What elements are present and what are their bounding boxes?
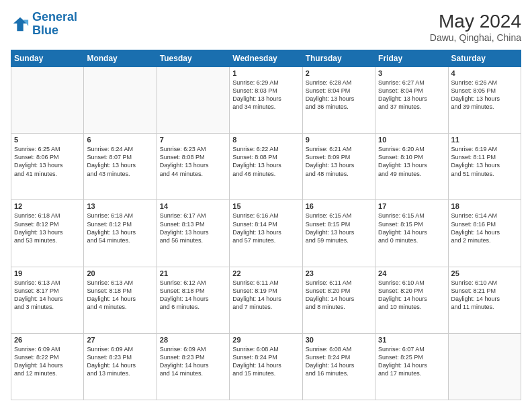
day-number: 24 [378,269,445,277]
page: General Blue May 2024 Dawu, Qinghai, Chi… [0,0,532,411]
day-number: 23 [306,269,372,277]
day-number: 3 [378,69,445,77]
day-info: Sunrise: 6:23 AM Sunset: 8:08 PM Dayligh… [160,145,226,178]
week-row-2: 12Sunrise: 6:18 AM Sunset: 8:12 PM Dayli… [11,200,521,267]
day-info: Sunrise: 6:22 AM Sunset: 8:08 PM Dayligh… [232,145,299,178]
cell-week1-day5: 10Sunrise: 6:20 AM Sunset: 8:10 PM Dayli… [375,134,448,200]
day-number: 12 [14,202,81,210]
day-number: 30 [306,336,372,344]
header-tuesday: Tuesday [157,50,229,67]
cell-week1-day2: 7Sunrise: 6:23 AM Sunset: 8:08 PM Daylig… [157,134,229,200]
cell-week2-day1: 13Sunrise: 6:18 AM Sunset: 8:12 PM Dayli… [84,200,157,267]
cell-week2-day5: 17Sunrise: 6:15 AM Sunset: 8:15 PM Dayli… [375,200,448,267]
day-info: Sunrise: 6:17 AM Sunset: 8:13 PM Dayligh… [160,212,226,244]
day-info: Sunrise: 6:13 AM Sunset: 8:18 PM Dayligh… [87,279,153,312]
cell-week0-day6: 4Sunrise: 6:26 AM Sunset: 8:05 PM Daylig… [448,67,521,134]
cell-week0-day4: 2Sunrise: 6:28 AM Sunset: 8:04 PM Daylig… [302,67,375,134]
cell-week2-day6: 18Sunrise: 6:14 AM Sunset: 8:16 PM Dayli… [448,200,521,267]
day-number: 14 [160,202,226,210]
day-info: Sunrise: 6:09 AM Sunset: 8:23 PM Dayligh… [160,345,226,378]
day-info: Sunrise: 6:12 AM Sunset: 8:18 PM Dayligh… [160,279,226,312]
day-number: 10 [378,136,445,144]
week-row-3: 19Sunrise: 6:13 AM Sunset: 8:17 PM Dayli… [11,267,521,333]
cell-week1-day4: 9Sunrise: 6:21 AM Sunset: 8:09 PM Daylig… [302,134,375,200]
logo-line1: General [32,10,77,24]
cell-week4-day3: 29Sunrise: 6:08 AM Sunset: 8:24 PM Dayli… [230,333,302,400]
day-number: 16 [306,202,372,210]
day-info: Sunrise: 6:29 AM Sunset: 8:03 PM Dayligh… [232,79,299,111]
header-sunday: Sunday [11,50,84,67]
cell-week4-day0: 26Sunrise: 6:09 AM Sunset: 8:22 PM Dayli… [11,333,84,400]
day-number: 28 [160,336,226,344]
cell-week3-day3: 22Sunrise: 6:11 AM Sunset: 8:19 PM Dayli… [230,267,302,333]
day-info: Sunrise: 6:24 AM Sunset: 8:07 PM Dayligh… [87,145,153,178]
cell-week2-day3: 15Sunrise: 6:16 AM Sunset: 8:14 PM Dayli… [230,200,302,267]
calendar-body: 1Sunrise: 6:29 AM Sunset: 8:03 PM Daylig… [11,67,521,400]
day-number: 2 [306,69,372,77]
cell-week2-day2: 14Sunrise: 6:17 AM Sunset: 8:13 PM Dayli… [157,200,229,267]
cell-week4-day5: 31Sunrise: 6:07 AM Sunset: 8:25 PM Dayli… [375,333,448,400]
day-number: 15 [232,202,299,210]
day-number: 17 [378,202,445,210]
header-monday: Monday [84,50,157,67]
day-info: Sunrise: 6:13 AM Sunset: 8:17 PM Dayligh… [14,279,81,312]
svg-marker-0 [13,17,28,32]
logo-icon [11,15,30,34]
cell-week1-day3: 8Sunrise: 6:22 AM Sunset: 8:08 PM Daylig… [230,134,302,200]
day-number: 5 [14,136,81,144]
cell-week0-day2 [157,67,229,134]
day-number: 21 [160,269,226,277]
month-title: May 2024 [430,11,521,32]
day-number: 4 [451,69,518,77]
header-wednesday: Wednesday [230,50,302,67]
day-info: Sunrise: 6:16 AM Sunset: 8:14 PM Dayligh… [232,212,299,244]
cell-week3-day0: 19Sunrise: 6:13 AM Sunset: 8:17 PM Dayli… [11,267,84,333]
day-info: Sunrise: 6:19 AM Sunset: 8:11 PM Dayligh… [451,145,518,178]
cell-week0-day3: 1Sunrise: 6:29 AM Sunset: 8:03 PM Daylig… [230,67,302,134]
day-number: 19 [14,269,81,277]
week-row-1: 5Sunrise: 6:25 AM Sunset: 8:06 PM Daylig… [11,134,521,200]
day-info: Sunrise: 6:09 AM Sunset: 8:23 PM Dayligh… [87,345,153,378]
day-info: Sunrise: 6:27 AM Sunset: 8:04 PM Dayligh… [378,79,445,111]
cell-week4-day1: 27Sunrise: 6:09 AM Sunset: 8:23 PM Dayli… [84,333,157,400]
day-info: Sunrise: 6:18 AM Sunset: 8:12 PM Dayligh… [87,212,153,244]
cell-week2-day4: 16Sunrise: 6:15 AM Sunset: 8:15 PM Dayli… [302,200,375,267]
day-number: 31 [378,336,445,344]
calendar-table: Sunday Monday Tuesday Wednesday Thursday… [11,50,521,400]
day-info: Sunrise: 6:08 AM Sunset: 8:24 PM Dayligh… [232,345,299,378]
logo-text: General Blue [32,11,77,38]
cell-week3-day1: 20Sunrise: 6:13 AM Sunset: 8:18 PM Dayli… [84,267,157,333]
week-row-0: 1Sunrise: 6:29 AM Sunset: 8:03 PM Daylig… [11,67,521,134]
day-info: Sunrise: 6:21 AM Sunset: 8:09 PM Dayligh… [306,145,372,178]
day-info: Sunrise: 6:14 AM Sunset: 8:16 PM Dayligh… [451,212,518,244]
cell-week1-day0: 5Sunrise: 6:25 AM Sunset: 8:06 PM Daylig… [11,134,84,200]
day-info: Sunrise: 6:09 AM Sunset: 8:22 PM Dayligh… [14,345,81,378]
day-number: 29 [232,336,299,344]
title-block: May 2024 Dawu, Qinghai, China [430,11,521,43]
cell-week3-day5: 24Sunrise: 6:10 AM Sunset: 8:20 PM Dayli… [375,267,448,333]
day-number: 8 [232,136,299,144]
cell-week0-day1 [84,67,157,134]
day-info: Sunrise: 6:10 AM Sunset: 8:21 PM Dayligh… [451,279,518,312]
cell-week1-day1: 6Sunrise: 6:24 AM Sunset: 8:07 PM Daylig… [84,134,157,200]
cell-week4-day6 [448,333,521,400]
day-number: 11 [451,136,518,144]
cell-week2-day0: 12Sunrise: 6:18 AM Sunset: 8:12 PM Dayli… [11,200,84,267]
cell-week0-day5: 3Sunrise: 6:27 AM Sunset: 8:04 PM Daylig… [375,67,448,134]
logo-line2: Blue [32,24,58,37]
header-friday: Friday [375,50,448,67]
cell-week3-day2: 21Sunrise: 6:12 AM Sunset: 8:18 PM Dayli… [157,267,229,333]
day-info: Sunrise: 6:25 AM Sunset: 8:06 PM Dayligh… [14,145,81,178]
day-info: Sunrise: 6:11 AM Sunset: 8:19 PM Dayligh… [232,279,299,312]
day-number: 22 [232,269,299,277]
day-number: 25 [451,269,518,277]
day-info: Sunrise: 6:20 AM Sunset: 8:10 PM Dayligh… [378,145,445,178]
day-number: 1 [232,69,299,77]
location-title: Dawu, Qinghai, China [430,32,521,43]
day-number: 7 [160,136,226,144]
cell-week4-day4: 30Sunrise: 6:08 AM Sunset: 8:24 PM Dayli… [302,333,375,400]
day-info: Sunrise: 6:10 AM Sunset: 8:20 PM Dayligh… [378,279,445,312]
day-info: Sunrise: 6:11 AM Sunset: 8:20 PM Dayligh… [306,279,372,312]
header-saturday: Saturday [448,50,521,67]
cell-week1-day6: 11Sunrise: 6:19 AM Sunset: 8:11 PM Dayli… [448,134,521,200]
